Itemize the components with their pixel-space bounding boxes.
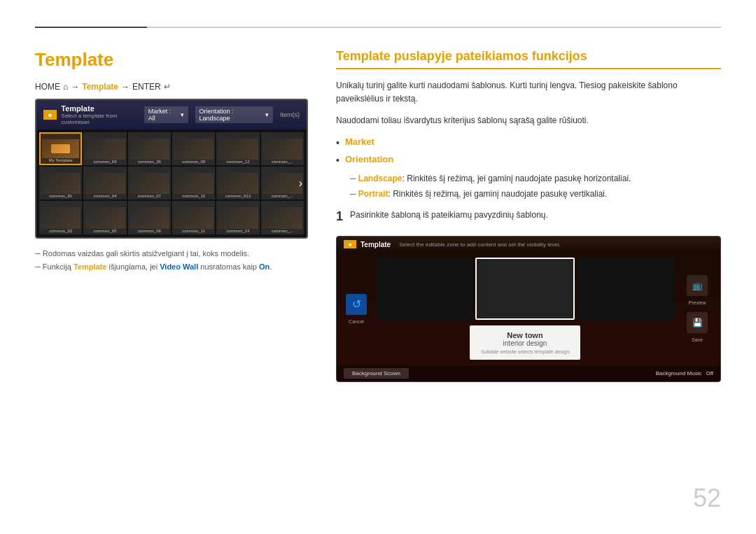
tv-grid-item[interactable]: common_... (261, 201, 304, 234)
background-scown-btn[interactable]: Background Scown (344, 368, 409, 379)
preview-left-icons: ↺ Cancel (342, 258, 370, 360)
save-label: Save (692, 337, 703, 342)
bullet-market: • Market (336, 136, 721, 150)
preview-icon-btn[interactable]: 📺 (687, 275, 708, 296)
tv-grid-item[interactable]: common_02 (39, 201, 82, 234)
breadcrumb-arrow2: → (121, 82, 130, 92)
tv-grid-item[interactable]: common_24 (216, 201, 259, 234)
grid-item-label: My Template (49, 158, 73, 162)
content-area: Template HOME ⌂ → Template → ENTER ↵ ■ (35, 49, 721, 513)
section-title-left: Template (35, 49, 308, 71)
preview-right-icons: 📺 Preview 💾 Save (680, 258, 715, 360)
breadcrumb-enter: ENTER (132, 82, 161, 92)
tv-grid-item[interactable]: common_81 (39, 167, 82, 199)
cancel-icon: ↺ (352, 297, 361, 311)
cancel-icon-btn[interactable]: ↺ (346, 294, 367, 315)
preview-title: Template (360, 241, 391, 248)
step-text: Pasirinkite šabloną iš pateikiamų pavyzd… (350, 209, 548, 222)
tv-header: ■ Template Select a template from custom… (36, 100, 307, 129)
preview-body: ↺ Cancel New town (337, 252, 720, 365)
bullet-label-market: Market (345, 136, 374, 147)
sub-bullet-landscape: Landscape: Rinkitės šį režimą, jei gamin… (350, 172, 721, 185)
tv-grid-item[interactable]: common_07 (128, 167, 171, 199)
tv-title-text: Template (61, 104, 144, 113)
top-line-dark (35, 27, 147, 28)
bullet-orientation: • Orientation (336, 154, 721, 168)
template-highlight: Template (74, 262, 106, 271)
chevron-down-icon: ▾ (181, 111, 184, 118)
tv-grid-item[interactable]: common_813 (216, 167, 259, 199)
breadcrumb: HOME ⌂ → Template → ENTER ↵ (35, 82, 308, 92)
description-1: Unikalų turinį galite kurti naudodami ša… (336, 79, 721, 106)
chevron-down-icon-2: ▾ (265, 111, 269, 118)
background-music-item: Background Music Off (656, 370, 713, 377)
left-column: Template HOME ⌂ → Template → ENTER ↵ ■ (35, 49, 308, 513)
tv-grid-item[interactable]: common_05 (83, 201, 126, 234)
tv-items-label: Item(s) (280, 111, 300, 118)
page-container: Template HOME ⌂ → Template → ENTER ↵ ■ (0, 0, 756, 534)
bullet-section: • Market • Orientation Landscape: Rinkit… (336, 136, 721, 200)
portrait-highlight: Portrait (358, 189, 388, 199)
tv-grid-item[interactable]: common_04 (83, 167, 126, 199)
note-line-1: Rodomas vaizdas gali skirtis atsižvelgia… (35, 248, 308, 259)
tv-grid-item-my-template[interactable]: My Template (39, 132, 82, 165)
bullet-label-orientation: Orientation (345, 154, 393, 164)
preview-screen-1[interactable] (376, 258, 472, 320)
tv-grid-wrapper: My Template common_69 common_36 com (36, 129, 307, 237)
background-music-label: Background Music (656, 370, 702, 377)
tv-screen: ■ Template Select a template from custom… (35, 99, 308, 239)
step-1-section: 1 Pasirinkite šabloną iš pateikiamų pavy… (336, 209, 721, 225)
save-icon: 💾 (692, 318, 703, 328)
preview-text-sub: interior design (481, 339, 569, 347)
tv-grid-item[interactable]: common_11 (172, 201, 215, 234)
preview-screen-3[interactable] (578, 258, 674, 320)
preview-label: Preview (689, 300, 706, 305)
tv-grid-item[interactable]: common_... (261, 167, 304, 199)
preview-title-block: Template (360, 241, 391, 248)
preview-screen-2[interactable] (475, 258, 575, 320)
background-music-value: Off (706, 370, 713, 377)
step-number: 1 (336, 209, 343, 225)
landscape-highlight: Landscape (358, 174, 402, 183)
preview-text-box: New town interior design Suitable websit… (470, 325, 580, 360)
preview-screens (376, 258, 674, 320)
tv-grid: My Template common_69 common_36 com (36, 129, 307, 237)
preview-logo-text: ■ (349, 242, 351, 247)
right-column: Template puslapyje pateikiamos funkcijos… (336, 49, 721, 513)
preview-header: ■ Template Select the editable zone to a… (337, 237, 720, 252)
tv-dropdown-market[interactable]: Market : All ▾ (144, 106, 188, 123)
tv-header-left: ■ Template Select a template from custom… (43, 104, 144, 125)
videowall-highlight: Video Wall (160, 262, 198, 271)
tv-grid-item[interactable]: common_12 (216, 132, 259, 165)
preview-text-note: Suitable website selects template design (481, 349, 569, 354)
home-icon: ⌂ (63, 82, 68, 92)
cancel-label: Cancel (349, 319, 364, 324)
tv-logo-text: ■ (48, 112, 52, 118)
preview-icon: 📺 (692, 281, 703, 290)
tv-grid-item[interactable]: common_69 (83, 132, 126, 165)
tv-grid-item[interactable]: common_09 (172, 132, 215, 165)
tv-subtitle: Select a template from customisan (61, 113, 144, 125)
enter-icon: ↵ (164, 82, 171, 92)
preview-logo-box: ■ (344, 240, 356, 248)
preview-subtitle: Select the editable zone to add content … (399, 241, 561, 248)
tv-dropdown-orientation[interactable]: Orientation : Landscape ▾ (195, 106, 273, 123)
tv-grid-item[interactable]: common_06 (128, 201, 171, 234)
bullet-dot-2: • (336, 154, 340, 168)
tv-logo-box: ■ (43, 110, 57, 120)
preview-center: New town interior design Suitable websit… (376, 258, 674, 360)
bullet-dot: • (336, 136, 340, 150)
top-line (35, 27, 721, 28)
breadcrumb-template[interactable]: Template (82, 82, 118, 92)
tv-grid-item[interactable]: common_... (261, 132, 304, 165)
notes-section: Rodomas vaizdas gali skirtis atsižvelgia… (35, 248, 308, 273)
tv-grid-item[interactable]: common_36 (128, 132, 171, 165)
next-arrow-icon[interactable]: › (299, 177, 302, 190)
tv-grid-item[interactable]: common_10 (172, 167, 215, 199)
note-line-2: Funkciją Template išjungiama, jei Video … (35, 262, 308, 272)
on-highlight: On (259, 262, 270, 271)
save-icon-btn[interactable]: 💾 (687, 312, 708, 333)
home-label: HOME (35, 82, 60, 92)
page-number: 52 (693, 484, 721, 513)
preview-text-main: New town (481, 331, 569, 339)
